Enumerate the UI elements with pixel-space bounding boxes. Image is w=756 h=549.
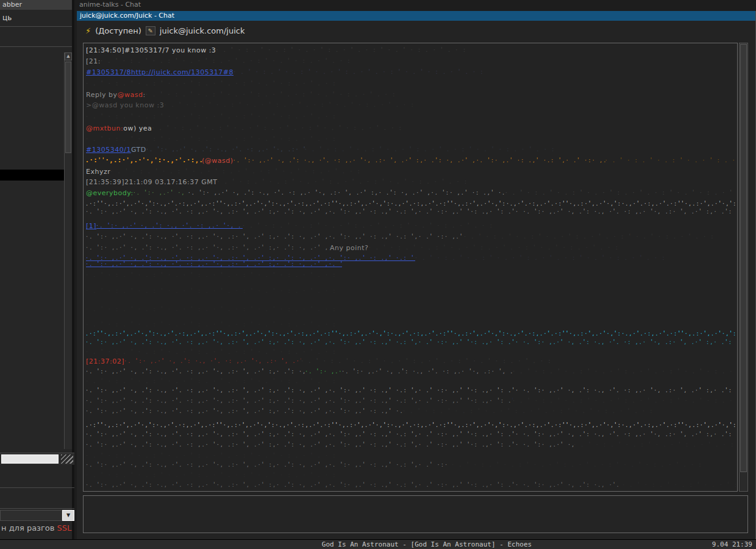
now-playing-text: God Is An Astronaut - [God Is An Astrona…	[98, 540, 756, 548]
noise-text: · . ' · : . ' · . : ' · . · ' : . · ' . …	[513, 368, 736, 375]
message-link[interactable]: ·. ':· ,.·' ·, .': ·., ·'. ·: ,.· '·, .:…	[86, 260, 342, 267]
chat-line: ·. ':· ,.·' ·, .': ·., ·'. ·: ,.· '·, .:…	[86, 339, 736, 348]
presence-text: (Доступен)	[95, 26, 141, 35]
noise-text: · . ' · : . ' · . : ' · . · ' : . · ' . …	[152, 124, 403, 131]
ssl-badge: SSL	[57, 523, 72, 533]
chat-line: · . ' · : . ' · . : ' · . · ' : . · ' . …	[86, 135, 736, 145]
message-text: [21:	[86, 57, 101, 65]
roster-horizontal-scrollbar[interactable]	[0, 453, 74, 465]
noise-text: ·. ':· ,.·' ·, .': ·., ·'. ·: ,.· '·, .:…	[146, 146, 305, 152]
message-link[interactable]: #1305317/8	[86, 68, 131, 76]
message-text: @everybody:	[86, 189, 134, 197]
noise-text: ·. ':· ,.·' ·, .': ·., ·'. ·: ,.· '·, .:…	[86, 233, 464, 240]
chat-line: @everybody: ·. ':· ,.·' ·, .': ·., ·'. ·…	[86, 189, 736, 198]
chat-line: ·. ':· ,.·' ·, .': ·., ·'. ·: ,.· '·, .:…	[86, 481, 736, 490]
noise-text: ·. ':· ,.·' ·, .': ·., ·'. ·: ,.· '·, .:…	[124, 357, 301, 364]
noise-text: ·. ':· ,.·' ·, .': ·., ·'. ·: ,.· '·, .:…	[86, 397, 513, 404]
chat-log[interactable]: [21:34:50]#1305317/7 you know :3· . ' · …	[83, 43, 738, 492]
noise-text: ·. ':· ,.·' ·, .': ·., ·'. ·: ,.· '·, .:…	[86, 368, 305, 375]
chat-line: ·. ':· ,.·' ·, .': ·., ·'. ·: ,.· '·, .:…	[86, 407, 736, 417]
chat-line: ·. ':· ,.·' ·, .': ·., ·'. ·: ,.· '·, .:…	[86, 387, 736, 396]
noise-text: ·. ':· ,.·' ·, .': ·., ·'. ·: ,.· '·, .:…	[305, 368, 342, 375]
chat-line: · . ' · : . ' · . : ' · . · ' : . · ' . …	[86, 378, 736, 387]
noise-text: · . ' · : . ' · . : ' · . · ' : . · ' . …	[86, 472, 337, 478]
chat-line: Reply by @wasd:· . ' · : . ' · . : ' · .…	[86, 91, 736, 100]
chat-line: ·. ':· ,.·' ·, .': ·., ·'. ·: ,.· '·, .:…	[86, 233, 736, 242]
roster-hscrollbar-thumb[interactable]	[1, 454, 59, 464]
noise-text: ·. ':· ,.·' ·, .': ·., ·'. ·: ,.· '·, .:…	[342, 368, 513, 375]
combobox-field[interactable]	[0, 510, 62, 521]
message-text: Exhyzr	[86, 168, 110, 176]
noise-text: ·. ':· ,.·' ·, .': ·., ·'. ·: ,.· '·, .:…	[86, 387, 736, 393]
chat-scrollbar-thumb[interactable]	[740, 44, 747, 472]
roster-window-titlebar[interactable]: abber	[0, 0, 72, 10]
message-link[interactable]: ·. ':· ,.·' ·, .': ·., ·'. ·: ,.· '·, .:…	[96, 222, 243, 229]
chat-line: · . ' · : . ' · . : ' · . · ' : . · ' . …	[86, 472, 736, 481]
roster-list[interactable]: ▲	[0, 48, 72, 453]
noise-text: ·. ':· ,.·' ·, .': ·., ·'. ·: ,.· '·, .:…	[86, 441, 574, 448]
pencil-icon[interactable]: ✎	[146, 26, 155, 35]
noise-text: · . ' · : . ' · . : ' · . · ' : . · ' . …	[216, 46, 467, 53]
chat-line: · . ' · : . ' · . : ' · . · ' : . · ' . …	[86, 271, 736, 281]
message-link[interactable]: http://juick.com/1305317#8	[131, 68, 234, 76]
noise-text: · . ' · : . ' · . : ' · . · ' : . · ' . …	[505, 189, 736, 196]
noise-text: · . ' · : . ' · . : ' · . · ' : . · ' . …	[513, 397, 736, 404]
message-text: [21:35:39]21:1:09 03.17:16:37 GMT	[86, 178, 218, 186]
chat-status-row: ⚡ (Доступен) ✎ juick@juick.com/juick	[77, 21, 755, 40]
roster-menu-item[interactable]: ць	[0, 10, 72, 27]
chat-line: ·. ':· ,.·' ·, .': ·., ·'. ·: ,.· '·, .:…	[86, 368, 736, 377]
message-text: [21:37:02]	[86, 357, 124, 365]
chat-line: #1305317/8 http://juick.com/1305317#8· .…	[86, 68, 736, 77]
noise-text: ·. ':· ,.·' ·, .': ·., ·'. ·: ,.· '·, .:…	[86, 431, 736, 437]
chat-window-titlebar[interactable]: juick@juick.com/Juick - Chat	[77, 11, 755, 21]
noise-text: ·. ':· ,.·' ·, .': ·., ·'. ·: ,.· '·, .:…	[86, 339, 736, 345]
noise-text: ·. ':· ,.·' ·, .': ·., ·'. ·: ,.· '·, .:…	[86, 481, 622, 488]
roster-vertical-scrollbar[interactable]: ▲	[64, 52, 72, 449]
chat-line: ·. ':· ,.·' ·, .': ·., ·'. ·: ,.· '·, .:…	[86, 397, 736, 406]
noise-text: ·. ':· ,.·' ·, .': ·., ·'. ·: ,.· '·, .:…	[86, 244, 330, 251]
clock: 9.04 21:39	[712, 540, 752, 548]
chat-input[interactable]	[84, 496, 747, 533]
noise-text: · . ' · : . ' · . : ' · . · ' : . · ' . …	[452, 461, 703, 468]
noise-text: · . ' · : . ' · . : ' · . · ' : . · ' . …	[146, 91, 397, 98]
bottom-label-text: н для разгов	[1, 523, 54, 533]
chat-line: Exhyzr· . ' · : . ' · . : ' · . · ' : . …	[86, 168, 736, 177]
chat-scrollbar[interactable]	[739, 43, 748, 492]
noise-text: .·:''·,.:·',.·'·,':·.,·'.·:,.·',.·:''·,.…	[86, 200, 736, 207]
roster-toolbar-row	[0, 27, 72, 47]
noise-text: · . ' · : . ' · . : ' · . · ' : . · ' . …	[234, 68, 485, 75]
noise-text: ·. ':· ,.·' ·, .': ·., ·'. ·: ,.· '·, .:…	[134, 189, 188, 196]
chat-line: ·. ':· ,.·' ·, .': ·., ·'. ·: ,.· '·, .:…	[86, 441, 736, 450]
chat-line: ·. ':· ,.·' ·, .': ·., ·'. ·: ,.· '·, .:…	[86, 461, 736, 470]
message-text: (@wasd)	[202, 157, 234, 165]
chat-line: #1305340/1 GTD·. ':· ,.·' ·, .': ·., ·'.…	[86, 146, 736, 155]
chevron-down-icon[interactable]: ▼	[62, 510, 74, 521]
roster-scrollbar-thumb[interactable]	[65, 62, 71, 153]
noise-text: · . ' · : . ' · . : ' · . · ' : . · ' . …	[403, 407, 654, 414]
message-text: [21:34:50]#1305317/7 you know :3	[86, 46, 216, 54]
chat-line: [21:· . ' · : . ' · . : ' · . · ' : . · …	[86, 57, 736, 66]
noise-text: · . ' · : . ' · . : ' · . · ' : . · ' . …	[86, 321, 337, 328]
noise-text: · . ' · : . ' · . : ' · . · ' : . · ' . …	[164, 101, 415, 108]
noise-text: · . ' · : . ' · . : ' · . · ' : . · ' . …	[605, 157, 736, 163]
noise-text: .·:''·,.:·',.·'·,':·.,·'.·:,.·',.·:''·,.…	[86, 157, 202, 163]
noise-text: · . ' · : . ' · . : ' · . · ' : . · ' . …	[86, 135, 337, 142]
message-link[interactable]: [1]	[86, 222, 96, 230]
chat-line: · . ' · : . ' · . : ' · . · ' : . · ' . …	[86, 321, 736, 330]
roster-combobox[interactable]: ▼	[0, 510, 74, 521]
message-text: GTD	[131, 146, 146, 154]
noise-text: · . ' · : . ' · . : ' · . · ' : . · ' . …	[110, 168, 362, 174]
roster-selected-item[interactable]	[0, 170, 67, 181]
resize-grip-icon[interactable]	[61, 454, 73, 464]
scroll-up-arrow-icon[interactable]: ▲	[65, 52, 72, 60]
message-link[interactable]: #1305340/1	[86, 146, 131, 154]
message-text: @mxtbun:	[86, 124, 123, 132]
noise-text: · . ' · : . ' · . : ' · . · ' : . · ' . …	[86, 306, 337, 312]
noise-text: ·. ':· ,.·' ·, .': ·., ·'. ·: ,.· '·, .:…	[86, 461, 452, 468]
noise-text: · . ' · : . ' · . : ' · . · ' : . · ' . …	[368, 244, 619, 251]
background-window-title[interactable]: anime-talks - Chat	[79, 0, 141, 10]
chat-line: .·:''·,.:·',.·'·,':·.,·'.·:,.·',.·:''·,.…	[86, 422, 736, 431]
message-text: @wasd	[117, 91, 143, 99]
chat-window: juick@juick.com/Juick - Chat ⚡ (Доступен…	[77, 11, 756, 539]
roster-lower-pane2	[0, 488, 74, 509]
